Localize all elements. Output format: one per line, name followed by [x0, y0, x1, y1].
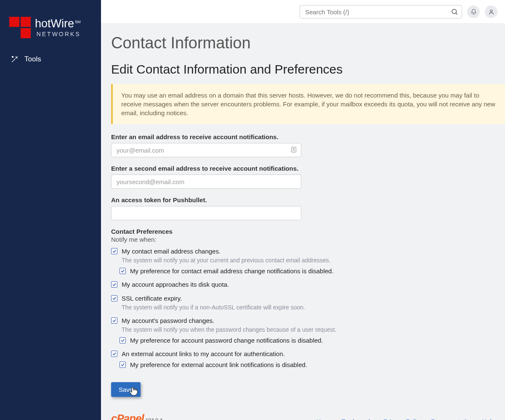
main: Contact Information Edit Contact Informa… — [101, 0, 505, 420]
save-button[interactable]: Save — [111, 382, 141, 397]
page-title: Contact Information — [111, 34, 505, 52]
footer-link-trademarks[interactable]: Trademarks — [341, 418, 375, 420]
brand-sub: NETWORKS — [35, 31, 81, 37]
pref-hint: The system will notify you when the pass… — [122, 326, 505, 334]
email1-input[interactable] — [111, 143, 301, 157]
pref-label: My account approaches its disk quota. — [122, 280, 505, 289]
sidebar-item-tools[interactable]: Tools — [0, 51, 101, 68]
pref-external-link-checkbox[interactable] — [111, 351, 117, 357]
search-input[interactable] — [300, 5, 462, 18]
pref-heading: Contact Preferences — [111, 228, 505, 235]
email2-label: Enter a second email address to receive … — [111, 165, 505, 172]
svg-point-2 — [490, 10, 492, 12]
pref-hint: The system will notify you at your curre… — [122, 256, 505, 264]
svg-point-4 — [293, 148, 294, 149]
brand-logo: hotWireSM NETWORKS — [0, 17, 101, 51]
pref-label: My account's password changes. — [122, 317, 505, 325]
cpanel-logo: cPanel — [111, 412, 144, 420]
footer-link-help[interactable]: Help — [482, 418, 495, 420]
svg-point-1 — [452, 9, 457, 14]
search-icon[interactable] — [450, 8, 459, 16]
email2-input[interactable] — [111, 174, 301, 189]
pref-external-link-disabled-checkbox[interactable] — [120, 362, 126, 368]
brand-mark: SM — [75, 20, 81, 24]
pref-ssl-checkbox[interactable] — [111, 295, 117, 301]
pushbullet-input[interactable] — [111, 206, 301, 220]
pref-label: My preference for contact email address … — [130, 267, 505, 275]
pref-subheading: Notify me when: — [111, 236, 505, 243]
email1-label: Enter an email address to receive accoun… — [111, 133, 505, 140]
pref-password-checkbox[interactable] — [111, 317, 117, 324]
sidebar: hotWireSM NETWORKS Tools — [0, 0, 101, 420]
svg-point-0 — [14, 59, 15, 60]
footer-link-privacy[interactable]: Privacy Policy — [383, 418, 423, 420]
logo-mark-icon — [9, 17, 31, 38]
pushbullet-label: An access token for Pushbullet. — [111, 196, 505, 203]
footer: cPanel 104.0.4 Home Trademarks Privacy P… — [111, 397, 505, 420]
footer-link-documentation[interactable]: Documentation — [431, 418, 473, 420]
footer-link-home[interactable]: Home — [316, 418, 333, 420]
section-title: Edit Contact Information and Preferences — [111, 62, 505, 77]
sidebar-item-label: Tools — [24, 55, 41, 63]
pref-label: My preference for account password chang… — [130, 336, 505, 345]
pref-password-disabled-checkbox[interactable] — [120, 337, 126, 343]
pref-email-change-disabled-checkbox[interactable] — [120, 268, 126, 274]
pref-label: SSL certificate expiry. — [122, 294, 505, 303]
pref-label: My contact email address changes. — [122, 247, 505, 256]
topbar — [101, 0, 505, 24]
brand-name: hotWire — [35, 17, 74, 30]
info-alert: You may use an email address on a domain… — [111, 84, 505, 124]
pref-email-change-checkbox[interactable] — [111, 248, 117, 254]
bell-icon — [470, 9, 477, 15]
notifications-button[interactable] — [467, 5, 480, 18]
contact-card-icon — [290, 146, 297, 153]
account-button[interactable] — [485, 5, 497, 18]
pref-label: An external account links to my account … — [122, 350, 505, 358]
tools-icon — [11, 55, 19, 63]
pref-disk-quota-checkbox[interactable] — [111, 281, 117, 288]
pref-label: My preference for external account link … — [130, 361, 505, 369]
cpanel-version: 104.0.4 — [146, 417, 162, 420]
user-icon — [488, 9, 494, 15]
pref-hint: The system will notify you if a non-Auto… — [122, 304, 505, 312]
